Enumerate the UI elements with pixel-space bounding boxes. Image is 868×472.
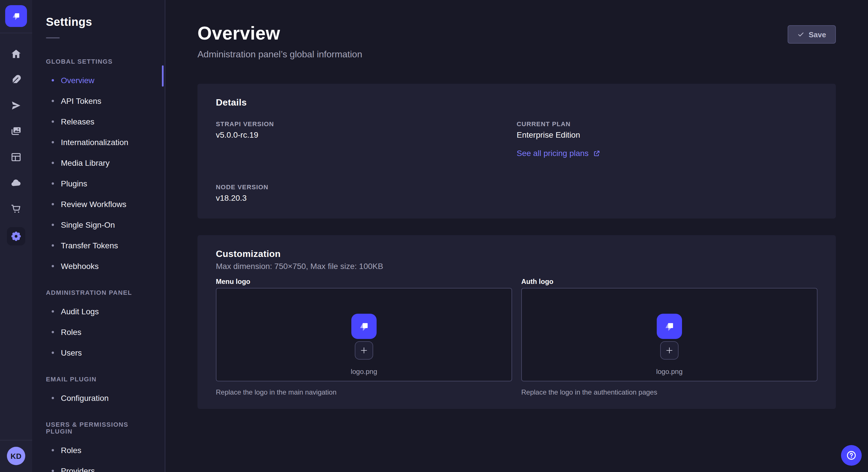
main-content: Overview Administration panel’s global i… [165, 0, 868, 472]
check-icon [797, 31, 804, 38]
subnav-item-media-library[interactable]: Media Library [32, 153, 165, 173]
auth-logo-filename: logo.png [656, 368, 683, 376]
subnav-section: Administration panel Audit Logs Roles Us… [32, 280, 165, 363]
active-item-indicator [162, 65, 164, 87]
node-version-label: Node Version [216, 183, 517, 191]
menu-logo-label: Menu logo [216, 278, 512, 285]
subnav-title: Settings [46, 15, 151, 29]
home-icon[interactable] [10, 48, 22, 60]
details-card: Details Strapi Version v5.0.0-rc.19 Curr… [197, 84, 836, 218]
pricing-plans-link[interactable]: See all pricing plans [517, 148, 601, 158]
bullet-icon [52, 397, 54, 399]
subnav-item-releases[interactable]: Releases [32, 111, 165, 132]
subnav-item-list: Roles Providers [32, 440, 165, 472]
settings-nav-active[interactable] [7, 227, 25, 245]
page-header-text: Overview Administration panel’s global i… [197, 23, 362, 60]
node-version-field: Node Version v18.20.3 [216, 183, 517, 202]
page-header: Overview Administration panel’s global i… [197, 0, 836, 60]
menu-logo-preview [351, 314, 377, 339]
bullet-icon [52, 182, 54, 185]
subnav-section-label: Email plugin [32, 367, 165, 388]
page-subtitle: Administration panel’s global informatio… [197, 49, 362, 60]
details-grid: Strapi Version v5.0.0-rc.19 Current plan… [216, 121, 817, 202]
send-icon[interactable] [10, 100, 22, 111]
strapi-version-value: v5.0.0-rc.19 [216, 130, 517, 139]
workspace-logo-area [0, 0, 32, 33]
subnav-section-label: Administration panel [32, 280, 165, 301]
help-button[interactable] [841, 445, 862, 466]
subnav-item-transfer-tokens[interactable]: Transfer Tokens [32, 235, 165, 256]
strapi-logo-glyph [9, 9, 24, 24]
subnav-item-label: Roles [61, 328, 82, 337]
bullet-icon [52, 449, 54, 451]
settings-subnav: Settings Global Settings Overview API To… [32, 0, 165, 472]
main-nav: KD [0, 0, 32, 472]
subnav-item-webhooks[interactable]: Webhooks [32, 256, 165, 276]
subnav-item-label: Single Sign-On [61, 220, 115, 229]
external-link-icon [593, 149, 601, 157]
bullet-icon [52, 79, 54, 81]
add-logo-button[interactable] [355, 341, 373, 360]
bullet-icon [52, 203, 54, 205]
feather-icon[interactable] [10, 74, 22, 86]
subnav-item-label: Review Workflows [61, 200, 126, 209]
subnav-item-review-workflows[interactable]: Review Workflows [32, 194, 165, 214]
bullet-icon [52, 121, 54, 123]
bullet-icon [52, 265, 54, 267]
subnav-section: Users & Permissions plugin Roles Provide… [32, 412, 165, 472]
bullet-icon [52, 310, 54, 312]
subnav-item-roles[interactable]: Roles [32, 440, 165, 461]
subnav-item-configuration[interactable]: Configuration [32, 388, 165, 408]
user-avatar[interactable]: KD [7, 447, 25, 465]
subnav-item-providers[interactable]: Providers [32, 461, 165, 472]
question-mark-icon [846, 450, 857, 461]
cards-container: Details Strapi Version v5.0.0-rc.19 Curr… [197, 84, 836, 409]
bullet-icon [52, 244, 54, 247]
subnav-item-label: Users [61, 348, 82, 357]
subnav-item-label: Audit Logs [61, 307, 99, 316]
details-heading: Details [216, 98, 817, 108]
bullet-icon [52, 141, 54, 143]
logo-fields: Menu logo [216, 278, 817, 396]
subnav-item-label: Overview [61, 76, 94, 85]
auth-logo-dropzone[interactable]: logo.png [521, 288, 817, 381]
subnav-item-plugins[interactable]: Plugins [32, 173, 165, 194]
subnav-item-internationalization[interactable]: Internationalization [32, 132, 165, 153]
subnav-section-label: Users & Permissions plugin [32, 412, 165, 440]
subnav-section: Email plugin Configuration [32, 367, 165, 408]
media-library-icon[interactable] [10, 126, 22, 137]
layout-icon[interactable] [10, 151, 22, 163]
save-button[interactable]: Save [787, 25, 836, 43]
subnav-item-api-tokens[interactable]: API Tokens [32, 91, 165, 111]
menu-logo-filename: logo.png [351, 368, 377, 376]
bullet-icon [52, 100, 54, 102]
bullet-icon [52, 162, 54, 164]
subnav-item-list: Configuration [32, 388, 165, 408]
strapi-version-field: Strapi Version v5.0.0-rc.19 [216, 121, 517, 158]
subnav-item-label: Media Library [61, 158, 110, 167]
subnav-item-label: Releases [61, 117, 94, 126]
menu-logo-dropzone[interactable]: logo.png [216, 288, 512, 381]
subnav-section-label: Global Settings [32, 49, 165, 70]
subnav-item-label: Providers [61, 466, 95, 472]
subnav-item-label: Internationalization [61, 138, 128, 147]
subnav-item-roles[interactable]: Roles [32, 322, 165, 342]
subnav-item-single-sign-on[interactable]: Single Sign-On [32, 214, 165, 235]
cloud-icon[interactable] [10, 177, 22, 189]
strapi-logo-glyph [661, 318, 678, 335]
subnav-item-users[interactable]: Users [32, 342, 165, 363]
avatar-area: KD [0, 440, 32, 472]
subnav-item-label: Plugins [61, 179, 87, 188]
subnav-item-label: Configuration [61, 394, 109, 403]
auth-logo-field: Auth logo [521, 278, 817, 396]
subnav-item-overview[interactable]: Overview [32, 70, 165, 91]
subnav-item-label: API Tokens [61, 96, 101, 105]
add-logo-button[interactable] [660, 341, 679, 360]
cart-icon[interactable] [10, 203, 22, 214]
pricing-plans-link-label: See all pricing plans [517, 148, 589, 158]
gear-icon [10, 230, 22, 243]
menu-logo-hint: Replace the logo in the main navigation [216, 388, 512, 396]
bullet-icon [52, 224, 54, 226]
strapi-logo[interactable] [5, 5, 27, 27]
subnav-item-audit-logs[interactable]: Audit Logs [32, 301, 165, 322]
